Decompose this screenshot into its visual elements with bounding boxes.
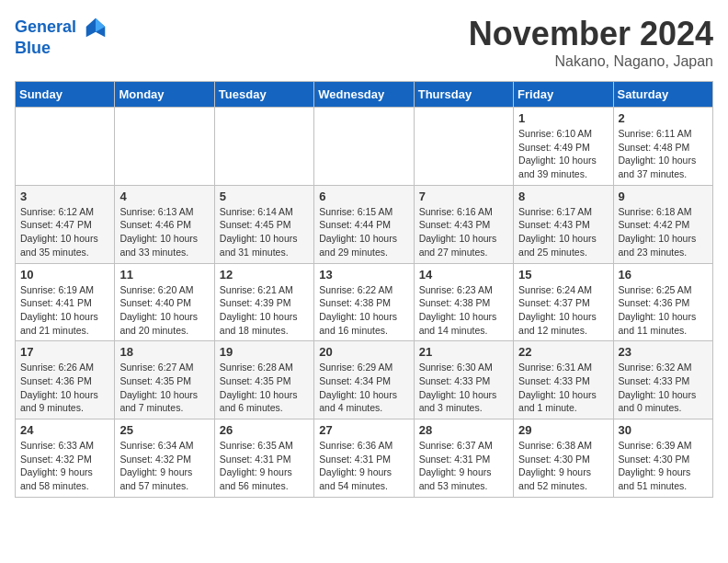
day-cell: 29Sunrise: 6:38 AM Sunset: 4:30 PM Dayli… — [514, 419, 613, 498]
day-detail: Sunrise: 6:39 AM Sunset: 4:30 PM Dayligh… — [619, 439, 708, 493]
day-cell: 10Sunrise: 6:19 AM Sunset: 4:41 PM Dayli… — [16, 263, 115, 341]
day-detail: Sunrise: 6:30 AM Sunset: 4:33 PM Dayligh… — [419, 361, 508, 415]
day-cell: 30Sunrise: 6:39 AM Sunset: 4:30 PM Dayli… — [613, 419, 712, 498]
week-row-4: 17Sunrise: 6:26 AM Sunset: 4:36 PM Dayli… — [16, 341, 713, 419]
day-cell: 12Sunrise: 6:21 AM Sunset: 4:39 PM Dayli… — [214, 263, 313, 341]
day-cell: 3Sunrise: 6:12 AM Sunset: 4:47 PM Daylig… — [16, 185, 115, 263]
day-cell: 1Sunrise: 6:10 AM Sunset: 4:49 PM Daylig… — [514, 108, 613, 186]
day-cell: 8Sunrise: 6:17 AM Sunset: 4:43 PM Daylig… — [514, 185, 613, 263]
day-cell — [16, 108, 115, 186]
day-detail: Sunrise: 6:16 AM Sunset: 4:43 PM Dayligh… — [419, 205, 508, 259]
day-cell — [214, 108, 313, 186]
day-detail: Sunrise: 6:25 AM Sunset: 4:36 PM Dayligh… — [619, 283, 708, 338]
day-number: 13 — [319, 268, 408, 282]
day-number: 30 — [619, 423, 708, 437]
day-cell: 2Sunrise: 6:11 AM Sunset: 4:48 PM Daylig… — [613, 108, 712, 186]
weekday-header-friday: Friday — [514, 82, 613, 108]
day-cell: 7Sunrise: 6:16 AM Sunset: 4:43 PM Daylig… — [414, 185, 513, 263]
day-detail: Sunrise: 6:17 AM Sunset: 4:43 PM Dayligh… — [518, 205, 608, 259]
day-detail: Sunrise: 6:23 AM Sunset: 4:38 PM Dayligh… — [419, 283, 508, 338]
day-number: 17 — [20, 345, 109, 359]
day-number: 9 — [619, 190, 708, 203]
day-cell: 18Sunrise: 6:27 AM Sunset: 4:35 PM Dayli… — [115, 341, 214, 419]
day-number: 28 — [419, 423, 508, 437]
week-row-5: 24Sunrise: 6:33 AM Sunset: 4:32 PM Dayli… — [16, 419, 713, 498]
day-number: 2 — [619, 111, 708, 125]
day-number: 15 — [518, 268, 608, 282]
day-cell — [414, 108, 513, 186]
day-detail: Sunrise: 6:12 AM Sunset: 4:47 PM Dayligh… — [20, 205, 109, 259]
weekday-header-row: SundayMondayTuesdayWednesdayThursdayFrid… — [16, 82, 713, 108]
week-row-2: 3Sunrise: 6:12 AM Sunset: 4:47 PM Daylig… — [16, 185, 713, 263]
day-detail: Sunrise: 6:29 AM Sunset: 4:34 PM Dayligh… — [319, 361, 408, 415]
day-detail: Sunrise: 6:32 AM Sunset: 4:33 PM Dayligh… — [619, 361, 708, 415]
day-cell: 11Sunrise: 6:20 AM Sunset: 4:40 PM Dayli… — [115, 263, 214, 341]
day-cell: 25Sunrise: 6:34 AM Sunset: 4:32 PM Dayli… — [115, 419, 214, 498]
day-cell: 5Sunrise: 6:14 AM Sunset: 4:45 PM Daylig… — [214, 185, 313, 263]
day-cell: 20Sunrise: 6:29 AM Sunset: 4:34 PM Dayli… — [314, 341, 414, 419]
day-number: 4 — [119, 190, 209, 203]
day-number: 21 — [419, 345, 508, 359]
day-cell: 27Sunrise: 6:36 AM Sunset: 4:31 PM Dayli… — [314, 419, 414, 498]
weekday-header-wednesday: Wednesday — [314, 82, 414, 108]
day-detail: Sunrise: 6:35 AM Sunset: 4:31 PM Dayligh… — [220, 439, 309, 493]
day-cell: 28Sunrise: 6:37 AM Sunset: 4:31 PM Dayli… — [414, 419, 513, 498]
page-header: General Blue November 2024 Nakano, Nagan… — [15, 15, 713, 70]
day-detail: Sunrise: 6:10 AM Sunset: 4:49 PM Dayligh… — [518, 127, 608, 181]
day-detail: Sunrise: 6:18 AM Sunset: 4:42 PM Dayligh… — [619, 205, 708, 259]
day-detail: Sunrise: 6:38 AM Sunset: 4:30 PM Dayligh… — [518, 439, 608, 493]
day-cell: 16Sunrise: 6:25 AM Sunset: 4:36 PM Dayli… — [613, 263, 712, 341]
day-detail: Sunrise: 6:13 AM Sunset: 4:46 PM Dayligh… — [119, 205, 209, 259]
day-number: 10 — [20, 268, 109, 282]
day-number: 16 — [619, 268, 708, 282]
weekday-header-saturday: Saturday — [613, 82, 712, 108]
day-detail: Sunrise: 6:21 AM Sunset: 4:39 PM Dayligh… — [220, 283, 309, 338]
logo-line2: Blue — [15, 39, 108, 58]
day-detail: Sunrise: 6:33 AM Sunset: 4:32 PM Dayligh… — [20, 439, 109, 493]
week-row-3: 10Sunrise: 6:19 AM Sunset: 4:41 PM Dayli… — [16, 263, 713, 341]
day-detail: Sunrise: 6:19 AM Sunset: 4:41 PM Dayligh… — [20, 283, 109, 338]
month-title: November 2024 — [469, 15, 713, 53]
weekday-header-monday: Monday — [115, 82, 214, 108]
day-detail: Sunrise: 6:20 AM Sunset: 4:40 PM Dayligh… — [119, 283, 209, 338]
day-number: 23 — [619, 345, 708, 359]
title-block: November 2024 Nakano, Nagano, Japan — [469, 15, 713, 70]
day-number: 29 — [518, 423, 608, 437]
day-cell — [115, 108, 214, 186]
day-cell: 6Sunrise: 6:15 AM Sunset: 4:44 PM Daylig… — [314, 185, 414, 263]
day-detail: Sunrise: 6:31 AM Sunset: 4:33 PM Dayligh… — [518, 361, 608, 415]
day-cell — [314, 108, 414, 186]
day-number: 3 — [20, 190, 109, 203]
day-detail: Sunrise: 6:36 AM Sunset: 4:31 PM Dayligh… — [319, 439, 408, 493]
day-detail: Sunrise: 6:15 AM Sunset: 4:44 PM Dayligh… — [319, 205, 408, 259]
weekday-header-thursday: Thursday — [414, 82, 513, 108]
day-cell: 13Sunrise: 6:22 AM Sunset: 4:38 PM Dayli… — [314, 263, 414, 341]
day-cell: 14Sunrise: 6:23 AM Sunset: 4:38 PM Dayli… — [414, 263, 513, 341]
day-number: 14 — [419, 268, 508, 282]
day-number: 18 — [119, 345, 209, 359]
day-cell: 4Sunrise: 6:13 AM Sunset: 4:46 PM Daylig… — [115, 185, 214, 263]
day-number: 25 — [119, 423, 209, 437]
day-cell: 23Sunrise: 6:32 AM Sunset: 4:33 PM Dayli… — [613, 341, 712, 419]
day-detail: Sunrise: 6:22 AM Sunset: 4:38 PM Dayligh… — [319, 283, 408, 338]
day-detail: Sunrise: 6:11 AM Sunset: 4:48 PM Dayligh… — [619, 127, 708, 181]
day-number: 26 — [220, 423, 309, 437]
day-cell: 9Sunrise: 6:18 AM Sunset: 4:42 PM Daylig… — [613, 185, 712, 263]
day-detail: Sunrise: 6:24 AM Sunset: 4:37 PM Dayligh… — [518, 283, 608, 338]
day-cell: 24Sunrise: 6:33 AM Sunset: 4:32 PM Dayli… — [16, 419, 115, 498]
day-number: 20 — [319, 345, 408, 359]
day-number: 19 — [220, 345, 309, 359]
day-number: 12 — [220, 268, 309, 282]
week-row-1: 1Sunrise: 6:10 AM Sunset: 4:49 PM Daylig… — [16, 108, 713, 186]
day-cell: 15Sunrise: 6:24 AM Sunset: 4:37 PM Dayli… — [514, 263, 613, 341]
day-detail: Sunrise: 6:26 AM Sunset: 4:36 PM Dayligh… — [20, 361, 109, 415]
day-number: 22 — [518, 345, 608, 359]
logo-text: General — [15, 15, 108, 40]
day-detail: Sunrise: 6:27 AM Sunset: 4:35 PM Dayligh… — [119, 361, 209, 415]
day-number: 8 — [518, 190, 608, 203]
day-detail: Sunrise: 6:37 AM Sunset: 4:31 PM Dayligh… — [419, 439, 508, 493]
calendar-table: SundayMondayTuesdayWednesdayThursdayFrid… — [15, 81, 713, 498]
day-number: 11 — [119, 268, 209, 282]
day-cell: 19Sunrise: 6:28 AM Sunset: 4:35 PM Dayli… — [214, 341, 313, 419]
day-number: 24 — [20, 423, 109, 437]
